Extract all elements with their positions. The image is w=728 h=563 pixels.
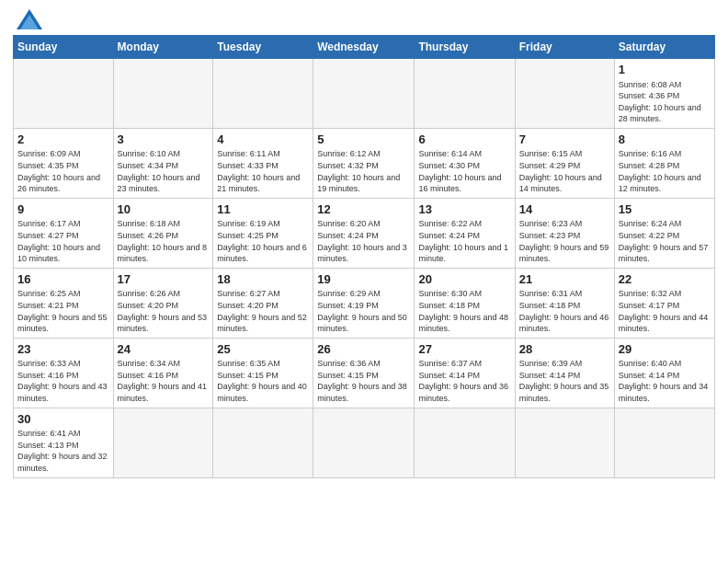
day-number: 2 — [17, 132, 109, 148]
calendar-cell: 1Sunrise: 6:08 AM Sunset: 4:36 PM Daylig… — [614, 59, 714, 129]
day-number: 23 — [17, 341, 109, 358]
day-info: Sunrise: 6:22 AM Sunset: 4:24 PM Dayligh… — [418, 218, 510, 264]
day-number: 20 — [418, 271, 510, 288]
day-info: Sunrise: 6:31 AM Sunset: 4:18 PM Dayligh… — [519, 288, 610, 334]
calendar-week-row: 9Sunrise: 6:17 AM Sunset: 4:27 PM Daylig… — [14, 198, 715, 268]
calendar-cell: 18Sunrise: 6:27 AM Sunset: 4:20 PM Dayli… — [213, 268, 313, 338]
calendar-week-row: 2Sunrise: 6:09 AM Sunset: 4:35 PM Daylig… — [14, 128, 715, 198]
calendar-cell — [313, 59, 415, 129]
calendar-cell: 25Sunrise: 6:35 AM Sunset: 4:15 PM Dayli… — [213, 338, 313, 408]
day-number: 17 — [118, 271, 210, 288]
calendar-cell — [113, 59, 213, 129]
day-header-wednesday: Wednesday — [313, 36, 415, 59]
day-header-thursday: Thursday — [415, 36, 515, 59]
calendar-cell — [113, 408, 213, 477]
day-info: Sunrise: 6:37 AM Sunset: 4:14 PM Dayligh… — [418, 358, 510, 404]
day-number: 28 — [519, 341, 610, 358]
calendar-cell: 22Sunrise: 6:32 AM Sunset: 4:17 PM Dayli… — [614, 268, 714, 338]
day-header-monday: Monday — [113, 36, 213, 59]
day-number: 8 — [619, 132, 711, 148]
calendar-cell: 10Sunrise: 6:18 AM Sunset: 4:26 PM Dayli… — [113, 198, 213, 268]
day-info: Sunrise: 6:15 AM Sunset: 4:29 PM Dayligh… — [519, 148, 610, 194]
calendar-cell: 20Sunrise: 6:30 AM Sunset: 4:18 PM Dayli… — [415, 268, 515, 338]
day-info: Sunrise: 6:41 AM Sunset: 4:13 PM Dayligh… — [17, 428, 109, 474]
day-header-saturday: Saturday — [614, 36, 714, 59]
day-info: Sunrise: 6:19 AM Sunset: 4:25 PM Dayligh… — [217, 218, 309, 264]
day-info: Sunrise: 6:40 AM Sunset: 4:14 PM Dayligh… — [619, 358, 711, 404]
day-info: Sunrise: 6:26 AM Sunset: 4:20 PM Dayligh… — [118, 288, 210, 334]
calendar-cell: 7Sunrise: 6:15 AM Sunset: 4:29 PM Daylig… — [515, 128, 614, 198]
calendar-cell: 27Sunrise: 6:37 AM Sunset: 4:14 PM Dayli… — [415, 338, 515, 408]
day-number: 14 — [519, 201, 610, 218]
calendar-cell: 21Sunrise: 6:31 AM Sunset: 4:18 PM Dayli… — [515, 268, 614, 338]
day-number: 21 — [519, 271, 610, 288]
day-number: 26 — [317, 341, 410, 358]
calendar-week-row: 30Sunrise: 6:41 AM Sunset: 4:13 PM Dayli… — [14, 408, 715, 477]
day-info: Sunrise: 6:39 AM Sunset: 4:14 PM Dayligh… — [519, 358, 610, 404]
calendar-cell — [213, 408, 313, 477]
day-number: 13 — [418, 201, 510, 218]
day-info: Sunrise: 6:16 AM Sunset: 4:28 PM Dayligh… — [619, 148, 711, 194]
day-number: 5 — [317, 132, 410, 148]
day-number: 11 — [217, 201, 309, 218]
day-info: Sunrise: 6:11 AM Sunset: 4:33 PM Dayligh… — [217, 148, 309, 194]
calendar-cell: 17Sunrise: 6:26 AM Sunset: 4:20 PM Dayli… — [113, 268, 213, 338]
day-number: 9 — [17, 201, 109, 218]
calendar-cell: 8Sunrise: 6:16 AM Sunset: 4:28 PM Daylig… — [614, 128, 714, 198]
calendar-cell: 26Sunrise: 6:36 AM Sunset: 4:15 PM Dayli… — [313, 338, 415, 408]
calendar-cell — [14, 59, 114, 129]
day-header-sunday: Sunday — [14, 36, 114, 59]
calendar-cell — [415, 408, 515, 477]
day-number: 29 — [619, 341, 711, 358]
calendar-header-row: SundayMondayTuesdayWednesdayThursdayFrid… — [14, 36, 715, 59]
calendar-cell — [515, 59, 614, 129]
calendar-cell — [313, 408, 415, 477]
day-number: 3 — [118, 132, 210, 148]
day-info: Sunrise: 6:36 AM Sunset: 4:15 PM Dayligh… — [317, 358, 410, 404]
day-header-tuesday: Tuesday — [213, 36, 313, 59]
calendar-cell: 13Sunrise: 6:22 AM Sunset: 4:24 PM Dayli… — [415, 198, 515, 268]
day-header-friday: Friday — [515, 36, 614, 59]
day-number: 10 — [118, 201, 210, 218]
day-info: Sunrise: 6:14 AM Sunset: 4:30 PM Dayligh… — [418, 148, 510, 194]
calendar-cell — [515, 408, 614, 477]
day-number: 7 — [519, 132, 610, 148]
day-number: 25 — [217, 341, 309, 358]
day-info: Sunrise: 6:30 AM Sunset: 4:18 PM Dayligh… — [418, 288, 510, 334]
day-info: Sunrise: 6:25 AM Sunset: 4:21 PM Dayligh… — [17, 288, 109, 334]
day-number: 4 — [217, 132, 309, 148]
day-number: 12 — [317, 201, 410, 218]
calendar-cell: 4Sunrise: 6:11 AM Sunset: 4:33 PM Daylig… — [213, 128, 313, 198]
day-info: Sunrise: 6:32 AM Sunset: 4:17 PM Dayligh… — [619, 288, 711, 334]
calendar-cell: 5Sunrise: 6:12 AM Sunset: 4:32 PM Daylig… — [313, 128, 415, 198]
calendar-cell: 14Sunrise: 6:23 AM Sunset: 4:23 PM Dayli… — [515, 198, 614, 268]
calendar-cell: 15Sunrise: 6:24 AM Sunset: 4:22 PM Dayli… — [614, 198, 714, 268]
calendar-cell: 16Sunrise: 6:25 AM Sunset: 4:21 PM Dayli… — [14, 268, 114, 338]
calendar-cell: 2Sunrise: 6:09 AM Sunset: 4:35 PM Daylig… — [14, 128, 114, 198]
day-info: Sunrise: 6:18 AM Sunset: 4:26 PM Dayligh… — [118, 218, 210, 264]
calendar-cell — [614, 408, 714, 477]
day-info: Sunrise: 6:12 AM Sunset: 4:32 PM Dayligh… — [317, 148, 410, 194]
logo-icon — [17, 9, 42, 29]
calendar-cell: 24Sunrise: 6:34 AM Sunset: 4:16 PM Dayli… — [113, 338, 213, 408]
day-number: 1 — [619, 62, 711, 78]
day-info: Sunrise: 6:09 AM Sunset: 4:35 PM Dayligh… — [17, 148, 109, 194]
day-number: 19 — [317, 271, 410, 288]
calendar-week-row: 16Sunrise: 6:25 AM Sunset: 4:21 PM Dayli… — [14, 268, 715, 338]
calendar-cell — [213, 59, 313, 129]
calendar-page: SundayMondayTuesdayWednesdayThursdayFrid… — [0, 0, 728, 563]
calendar-cell: 30Sunrise: 6:41 AM Sunset: 4:13 PM Dayli… — [14, 408, 114, 477]
calendar-cell: 29Sunrise: 6:40 AM Sunset: 4:14 PM Dayli… — [614, 338, 714, 408]
day-number: 16 — [17, 271, 109, 288]
day-info: Sunrise: 6:08 AM Sunset: 4:36 PM Dayligh… — [619, 79, 711, 125]
day-info: Sunrise: 6:23 AM Sunset: 4:23 PM Dayligh… — [519, 218, 610, 264]
calendar-cell: 11Sunrise: 6:19 AM Sunset: 4:25 PM Dayli… — [213, 198, 313, 268]
day-number: 30 — [17, 411, 109, 428]
logo — [13, 9, 42, 29]
day-info: Sunrise: 6:20 AM Sunset: 4:24 PM Dayligh… — [317, 218, 410, 264]
calendar-week-row: 23Sunrise: 6:33 AM Sunset: 4:16 PM Dayli… — [14, 338, 715, 408]
calendar-table: SundayMondayTuesdayWednesdayThursdayFrid… — [13, 35, 715, 478]
calendar-cell: 12Sunrise: 6:20 AM Sunset: 4:24 PM Dayli… — [313, 198, 415, 268]
day-info: Sunrise: 6:33 AM Sunset: 4:16 PM Dayligh… — [17, 358, 109, 404]
calendar-cell: 6Sunrise: 6:14 AM Sunset: 4:30 PM Daylig… — [415, 128, 515, 198]
